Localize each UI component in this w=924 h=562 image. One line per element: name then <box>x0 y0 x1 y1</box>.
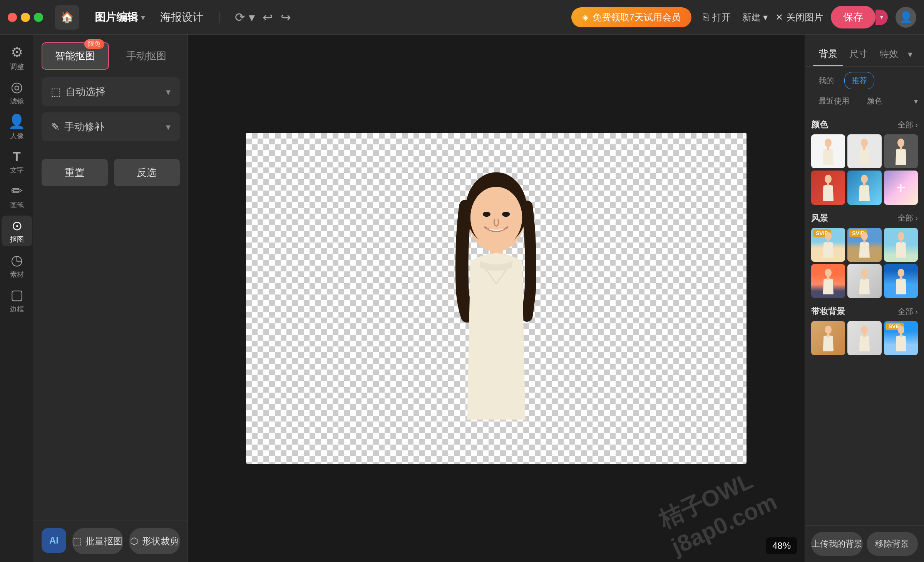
batch-cutout-button[interactable]: ⬚ 批量抠图 <box>72 528 123 554</box>
bottom-action-row: 上传我的背景 移除背景 <box>805 525 924 562</box>
photography-thumbnails: SVIP <box>805 321 924 359</box>
filter-recent[interactable]: 最近使用 <box>811 92 857 110</box>
nav-tab-poster-design[interactable]: 海报设计 <box>152 10 211 25</box>
nav-divider <box>219 12 219 23</box>
maximize-window-btn[interactable] <box>34 13 43 22</box>
close-photo-button[interactable]: ✕ 关闭图片 <box>775 11 823 23</box>
nav-tabs: 图片编辑 ▾ 海报设计 <box>87 10 211 25</box>
svg-point-22 <box>825 269 831 277</box>
right-tab-more-dropdown[interactable]: ▾ <box>904 42 916 66</box>
upload-background-button[interactable]: 上传我的背景 <box>811 532 863 556</box>
sidebar-item-border[interactable]: ▢ 边框 <box>2 285 32 316</box>
bg-gradient-thumbnail[interactable]: + <box>884 171 918 204</box>
action-buttons: 重置 反选 <box>34 159 187 186</box>
svg-point-2 <box>470 187 522 248</box>
manual-repair-option[interactable]: ✎ 手动修补 ▾ <box>42 112 180 141</box>
filter-color[interactable]: 颜色 <box>860 92 890 110</box>
scenery-section-more[interactable]: 全部 › <box>898 213 918 223</box>
tool-panel: 智能抠图 限免 手动抠图 ⬚ 自动选择 ▾ ✎ 手动修补 ▾ <box>34 35 188 562</box>
zoom-indicator: 48% <box>766 537 797 554</box>
vip-trial-button[interactable]: ◈ 免费领取7天试用会员 <box>571 7 691 27</box>
filter-icon: ◎ <box>11 79 23 95</box>
tab-manual-cutout[interactable]: 手动抠图 <box>113 42 180 70</box>
sidebar-item-materials[interactable]: ◷ 素材 <box>2 250 32 281</box>
photo-outdoor1-thumbnail[interactable]: SVIP <box>884 321 918 355</box>
save-button[interactable]: 保存 <box>831 6 875 28</box>
sidebar-item-portrait[interactable]: 👤 人像 <box>2 112 32 142</box>
scenery-beach1-thumbnail[interactable]: SVIP <box>811 228 845 262</box>
sidebar-item-filter[interactable]: ◎ 滤镜 <box>2 77 32 108</box>
color-section-more[interactable]: 全部 › <box>898 120 918 130</box>
svg-rect-23 <box>827 277 829 279</box>
manual-repair-icon: ✎ <box>51 120 60 133</box>
redo-button[interactable]: ↪ <box>281 10 291 25</box>
ai-logo: AI <box>42 528 66 553</box>
svg-rect-17 <box>827 241 829 243</box>
remove-background-button[interactable]: 移除背景 <box>867 532 918 556</box>
filter-recommend[interactable]: 推荐 <box>844 72 874 89</box>
sidebar-item-text[interactable]: T 文字 <box>2 146 32 177</box>
save-dropdown-button[interactable]: ▾ <box>875 10 888 25</box>
canvas-container <box>246 133 747 464</box>
photography-section-more[interactable]: 全部 › <box>898 306 918 317</box>
person-svg <box>415 154 577 443</box>
manual-repair-arrow: ▾ <box>166 122 171 132</box>
shape-crop-button[interactable]: ⬡ 形状裁剪 <box>129 528 180 554</box>
undo-button[interactable]: ↩ <box>263 10 273 25</box>
materials-icon: ◷ <box>11 252 23 268</box>
brush-icon: ✏ <box>11 183 23 199</box>
reset-button[interactable]: 重置 <box>42 159 108 186</box>
tab-smart-cutout[interactable]: 智能抠图 限免 <box>42 42 109 70</box>
bg-darkgray-thumbnail[interactable] <box>884 134 918 168</box>
close-window-btn[interactable] <box>8 13 17 22</box>
svg-point-6 <box>825 139 832 147</box>
svg-point-24 <box>861 269 868 277</box>
right-tab-background[interactable]: 背景 <box>813 42 843 66</box>
sidebar-item-cutout[interactable]: ⊙ 抠图 <box>2 216 32 246</box>
scenery-sunset-thumbnail[interactable] <box>811 264 845 298</box>
color-section-title: 颜色 <box>811 119 828 130</box>
titlebar: 🏠 图片编辑 ▾ 海报设计 ⟳ ▾ ↩ ↪ ◈ 免费领取7天试用会员 ⎗ 打开 … <box>0 0 924 35</box>
bg-lightgray-thumbnail[interactable] <box>847 134 881 168</box>
scenery-sea-thumbnail[interactable] <box>884 264 918 298</box>
filter-my[interactable]: 我的 <box>811 72 841 89</box>
filter-more-dropdown[interactable]: ▾ <box>914 97 918 106</box>
svg-rect-19 <box>864 241 866 243</box>
auto-select-icon: ⬚ <box>51 85 61 98</box>
photo-indoor1-thumbnail[interactable] <box>811 321 845 355</box>
bg-white-thumbnail[interactable] <box>811 134 845 168</box>
scenery-section-header: 风景 全部 › <box>805 209 924 228</box>
history-button[interactable]: ⟳ ▾ <box>235 10 255 25</box>
sidebar-item-brush[interactable]: ✏ 画笔 <box>2 181 32 212</box>
nav-tab-photo-editor[interactable]: 图片编辑 ▾ <box>87 10 152 25</box>
home-button[interactable]: 🏠 <box>55 5 79 30</box>
svg-point-3 <box>483 212 490 217</box>
svg-point-8 <box>861 139 868 147</box>
svg-rect-21 <box>900 241 902 243</box>
right-tab-effects[interactable]: 特效 <box>874 42 904 66</box>
filter-chips-row: 我的 推荐 最近使用 颜色 ▾ <box>805 67 924 115</box>
photo-indoor2-thumbnail[interactable] <box>847 321 881 355</box>
avatar-button[interactable]: 👤 <box>896 7 916 28</box>
new-file-button[interactable]: 新建 ▾ <box>742 11 768 23</box>
sidebar-item-adjust[interactable]: ⚙ 调整 <box>2 42 32 73</box>
auto-select-option[interactable]: ⬚ 自动选择 ▾ <box>42 77 180 106</box>
right-tab-size[interactable]: 尺寸 <box>843 42 874 66</box>
shape-icon: ⬡ <box>130 536 138 547</box>
new-dropdown-icon: ▾ <box>763 12 768 23</box>
invert-button[interactable]: 反选 <box>114 159 180 186</box>
left-sidebar: ⚙ 调整 ◎ 滤镜 👤 人像 T 文字 ✏ 画笔 ⊙ 抠图 ◷ 素材 ▢ 边框 <box>0 35 34 562</box>
color-section-header: 颜色 全部 › <box>805 115 924 134</box>
minimize-window-btn[interactable] <box>21 13 30 22</box>
scenery-studio-thumbnail[interactable] <box>847 264 881 298</box>
scenery-sky1-thumbnail[interactable] <box>884 228 918 262</box>
toolbar-actions: ⟳ ▾ ↩ ↪ <box>235 10 291 25</box>
svg-point-18 <box>861 232 868 240</box>
main-layout: ⚙ 调整 ◎ 滤镜 👤 人像 T 文字 ✏ 画笔 ⊙ 抠图 ◷ 素材 ▢ 边框 <box>0 35 924 562</box>
scenery-beach2-thumbnail[interactable]: SVIP <box>847 228 881 262</box>
person-image <box>246 133 747 464</box>
svg-point-10 <box>897 139 904 147</box>
bg-blue-thumbnail[interactable] <box>847 171 881 204</box>
open-file-button[interactable]: ⎗ 打开 <box>699 11 735 23</box>
bg-red-thumbnail[interactable] <box>811 171 845 204</box>
